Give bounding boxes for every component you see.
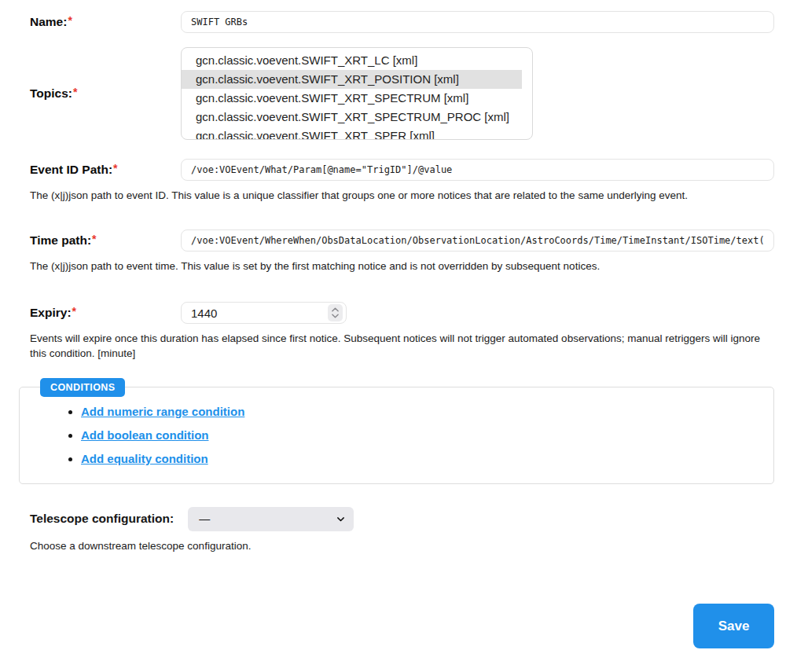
save-row: Save xyxy=(30,604,774,648)
telescope-configuration-value: — xyxy=(199,512,210,525)
name-label: Name:* xyxy=(30,15,181,29)
time-path-label: Time path:* xyxy=(30,233,181,248)
quantity-stepper[interactable] xyxy=(328,304,343,321)
event-id-path-label: Event ID Path:* xyxy=(30,163,181,177)
add-boolean-condition-link[interactable]: Add boolean condition xyxy=(81,428,208,442)
list-item: Add numeric range condition xyxy=(81,405,761,418)
topics-required-asterisk: * xyxy=(73,86,77,98)
expiry-help: Events will expire once this duration ha… xyxy=(30,332,774,360)
name-label-text: Name: xyxy=(30,15,67,28)
expiry-row: Expiry:* xyxy=(30,302,774,324)
event-id-path-input[interactable] xyxy=(181,159,774,181)
expiry-label-text: Expiry: xyxy=(30,306,72,319)
save-button[interactable]: Save xyxy=(693,604,774,648)
expiry-field xyxy=(181,302,347,324)
expiry-required-asterisk: * xyxy=(72,305,76,318)
event-stream-form: Name:* Topics:* gcn.classic.voevent.SWIF… xyxy=(0,0,786,648)
telescope-configuration-help: Choose a downstream telescope configurat… xyxy=(30,539,774,553)
topics-label: Topics:* xyxy=(30,86,181,101)
list-item: Add equality condition xyxy=(81,452,761,465)
topics-listbox[interactable]: gcn.classic.voevent.SWIFT_XRT_LC [xml] g… xyxy=(181,47,533,140)
conditions-link-list: Add numeric range condition Add boolean … xyxy=(32,405,761,465)
telescope-configuration-row: Telescope configuration: — xyxy=(30,507,774,531)
add-equality-condition-link[interactable]: Add equality condition xyxy=(81,452,208,465)
name-required-asterisk: * xyxy=(68,14,72,27)
topics-option[interactable]: gcn.classic.voevent.SWIFT_XRT_SPECTRUM_P… xyxy=(182,108,522,127)
chevron-down-icon xyxy=(332,314,339,318)
time-path-required-asterisk: * xyxy=(92,233,96,245)
time-path-input[interactable] xyxy=(181,230,774,252)
event-id-path-help: The (x|j)json path to event ID. This val… xyxy=(30,189,774,203)
event-id-path-label-text: Event ID Path: xyxy=(30,163,112,176)
topics-label-text: Topics: xyxy=(30,86,72,100)
event-id-path-row: Event ID Path:* xyxy=(30,159,774,181)
topics-option[interactable]: gcn.classic.voevent.SWIFT_XRT_SPER [xml] xyxy=(182,127,522,140)
topics-option-selected[interactable]: gcn.classic.voevent.SWIFT_XRT_POSITION [… xyxy=(182,70,522,89)
time-path-help: The (x|j)json path to event time. This v… xyxy=(30,259,774,274)
telescope-configuration-label: Telescope configuration: xyxy=(30,512,174,526)
chevron-up-icon xyxy=(332,307,339,312)
name-input[interactable] xyxy=(181,11,774,33)
list-item: Add boolean condition xyxy=(81,428,761,442)
topics-option[interactable]: gcn.classic.voevent.SWIFT_XRT_LC [xml] xyxy=(182,51,522,70)
event-id-required-asterisk: * xyxy=(113,162,117,174)
expiry-input[interactable] xyxy=(181,302,347,324)
expiry-label: Expiry:* xyxy=(30,306,181,320)
name-row: Name:* xyxy=(30,11,774,33)
topics-option[interactable]: gcn.classic.voevent.SWIFT_XRT_SPECTRUM [… xyxy=(182,89,522,108)
telescope-configuration-select[interactable]: — xyxy=(188,507,354,531)
chevron-down-icon xyxy=(336,514,346,524)
conditions-fieldset: CONDITIONS Add numeric range condition A… xyxy=(19,378,774,484)
conditions-legend: CONDITIONS xyxy=(40,378,125,397)
add-numeric-range-condition-link[interactable]: Add numeric range condition xyxy=(81,405,244,418)
time-path-row: Time path:* xyxy=(30,230,774,252)
time-path-label-text: Time path: xyxy=(30,233,91,247)
topics-row: Topics:* gcn.classic.voevent.SWIFT_XRT_L… xyxy=(30,47,774,140)
